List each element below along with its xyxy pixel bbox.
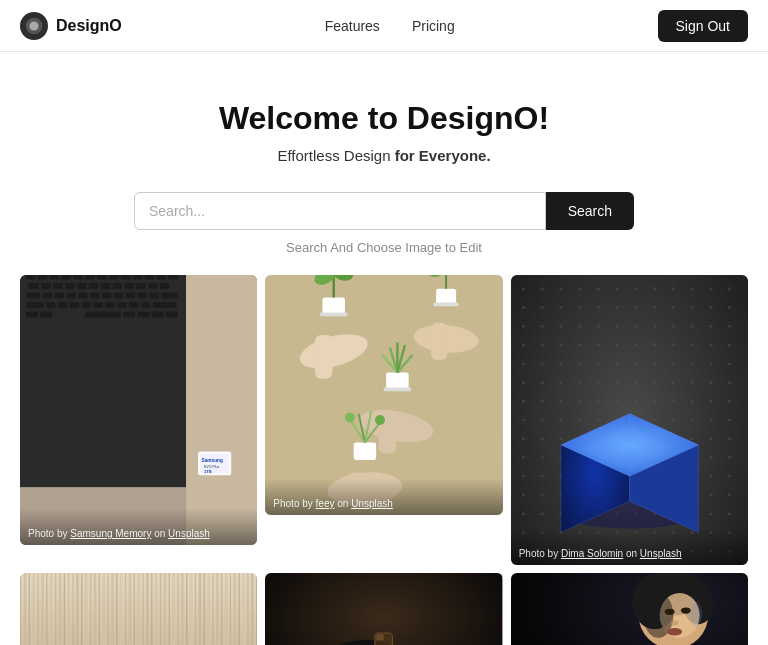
search-area: Search Search And Choose Image to Edit: [0, 192, 768, 275]
photo-bg-wood: [20, 573, 257, 645]
svg-rect-372: [177, 573, 178, 645]
svg-rect-42: [58, 302, 67, 308]
svg-rect-28: [26, 293, 40, 299]
grid-item-cube[interactable]: Photo by Dima Solomin on Unsplash: [511, 275, 748, 565]
svg-rect-341: [41, 573, 43, 645]
grid-item-laptop[interactable]: Samsung EVO Plus 1TB Photo by Samsung Me…: [20, 275, 257, 545]
svg-rect-360: [125, 573, 126, 645]
svg-point-168: [690, 344, 693, 347]
svg-rect-32: [78, 293, 87, 299]
svg-point-277: [709, 512, 712, 515]
svg-rect-7: [73, 275, 82, 279]
svg-point-266: [728, 493, 731, 496]
signout-button[interactable]: Sign Out: [658, 10, 748, 42]
source-link-plants[interactable]: Unsplash: [351, 498, 393, 509]
svg-rect-338: [29, 573, 30, 645]
svg-point-196: [540, 400, 543, 403]
svg-rect-27: [160, 283, 169, 289]
svg-point-194: [728, 381, 731, 384]
svg-rect-371: [172, 573, 174, 645]
svg-point-172: [540, 362, 543, 365]
svg-point-191: [672, 381, 675, 384]
svg-rect-386: [239, 573, 240, 645]
svg-point-216: [690, 419, 693, 422]
grid-item-plants[interactable]: Photo by feey on Unsplash: [265, 275, 502, 515]
grid-item-person-dark[interactable]: [265, 573, 502, 645]
svg-rect-51: [26, 312, 38, 318]
svg-rect-375: [190, 573, 192, 645]
svg-point-254: [728, 475, 731, 478]
svg-point-184: [540, 381, 543, 384]
svg-rect-339: [32, 573, 34, 645]
svg-point-209: [559, 419, 562, 422]
svg-rect-75: [386, 373, 408, 390]
photo-bg-person-dark: [265, 573, 502, 645]
search-input[interactable]: [134, 192, 546, 230]
svg-rect-9: [97, 275, 106, 279]
svg-rect-357: [111, 573, 113, 645]
nav-features[interactable]: Features: [325, 18, 380, 34]
search-button[interactable]: Search: [546, 192, 634, 230]
svg-point-230: [728, 437, 731, 440]
photo-bg-cube: [511, 275, 748, 565]
subtitle-plain: Effortless Design: [277, 147, 394, 164]
brand-logo: [20, 12, 48, 40]
svg-rect-385: [234, 573, 236, 645]
svg-point-188: [615, 381, 618, 384]
svg-point-427: [689, 602, 701, 627]
svg-point-143: [672, 306, 675, 309]
svg-rect-49: [141, 302, 150, 308]
svg-rect-5: [50, 275, 59, 279]
svg-point-232: [540, 456, 543, 459]
source-link-cube[interactable]: Unsplash: [640, 548, 682, 559]
svg-rect-18: [53, 283, 62, 289]
svg-point-127: [597, 287, 600, 290]
svg-point-146: [728, 306, 731, 309]
svg-rect-56: [152, 312, 164, 318]
svg-rect-344: [55, 573, 56, 645]
svg-point-173: [559, 362, 562, 365]
svg-rect-352: [90, 573, 91, 645]
nav-pricing[interactable]: Pricing: [412, 18, 455, 34]
svg-point-136: [540, 306, 543, 309]
svg-point-154: [653, 325, 656, 328]
svg-rect-356: [107, 573, 108, 645]
svg-point-128: [615, 287, 618, 290]
svg-rect-361: [129, 573, 131, 645]
grid-item-wood[interactable]: Photo by Paweł Czerwiński on Unsplash: [20, 573, 257, 645]
svg-point-178: [653, 362, 656, 365]
svg-point-177: [634, 362, 637, 365]
svg-point-155: [672, 325, 675, 328]
svg-point-202: [653, 400, 656, 403]
svg-rect-43: [70, 302, 79, 308]
svg-point-207: [522, 419, 525, 422]
author-link-plants[interactable]: feey: [316, 498, 335, 509]
svg-rect-368: [160, 573, 161, 645]
svg-point-140: [615, 306, 618, 309]
svg-rect-379: [207, 573, 209, 645]
svg-point-162: [578, 344, 581, 347]
grid-item-woman[interactable]: [511, 573, 748, 645]
svg-point-200: [615, 400, 618, 403]
author-link-cube[interactable]: Dima Solomin: [561, 548, 623, 559]
svg-point-426: [667, 628, 682, 635]
svg-point-186: [578, 381, 581, 384]
svg-rect-37: [137, 293, 146, 299]
svg-rect-31: [66, 293, 75, 299]
hero-section: Welcome to DesignO! Effortless Design fo…: [0, 52, 768, 192]
svg-rect-362: [134, 573, 135, 645]
svg-rect-369: [164, 573, 166, 645]
svg-rect-374: [186, 573, 187, 645]
svg-point-147: [522, 325, 525, 328]
svg-rect-363: [137, 573, 139, 645]
svg-point-130: [653, 287, 656, 290]
svg-rect-3: [26, 275, 35, 279]
svg-point-219: [522, 437, 525, 440]
author-link-laptop[interactable]: Samsung Memory: [70, 528, 151, 539]
svg-point-220: [540, 437, 543, 440]
svg-point-183: [522, 381, 525, 384]
svg-point-182: [728, 362, 731, 365]
svg-rect-373: [181, 573, 183, 645]
svg-point-148: [540, 325, 543, 328]
source-link-laptop[interactable]: Unsplash: [168, 528, 210, 539]
